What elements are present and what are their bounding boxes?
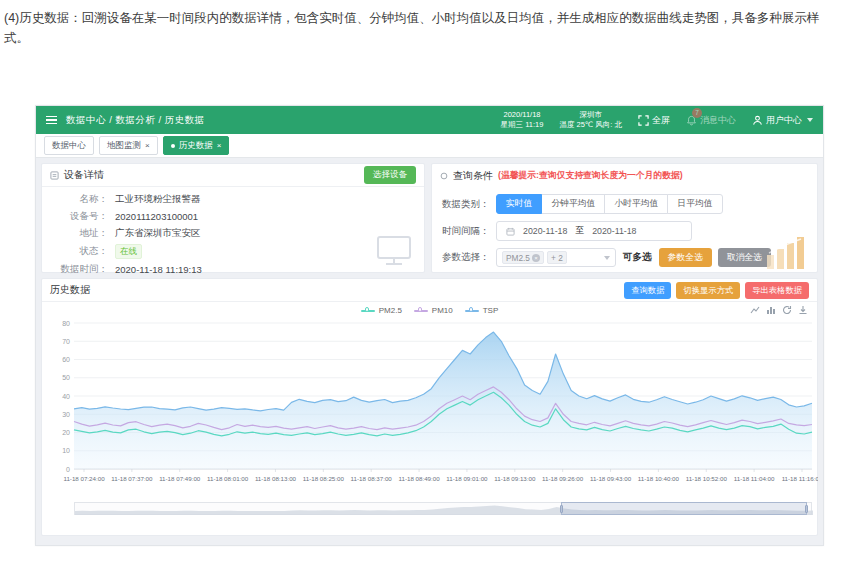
data-type-minute-avg[interactable]: 分钟平均值 [541,194,605,214]
menu-icon[interactable] [46,114,57,126]
query-panel-icon [440,172,448,180]
svg-text:60: 60 [62,356,70,363]
weekday-time-text: 星期三 11:19 [501,120,544,130]
end-date-value[interactable]: 2020-11-18 [592,226,636,236]
switch-display-button[interactable]: 切换显示方式 [676,282,740,299]
field-label: 状态： [50,245,108,258]
svg-text:11-18 07:24:00: 11-18 07:24:00 [63,475,105,482]
start-date-value[interactable]: 2020-11-18 [523,226,567,236]
active-dot [171,144,175,148]
chart-toolbox [750,305,808,315]
device-address-row: 地址： 广东省深圳市宝安区 [50,227,416,240]
legend-item-tsp[interactable]: TSP [465,306,499,315]
svg-text:10: 10 [62,447,70,454]
user-icon [752,115,763,126]
app-header: 数据中心 / 数据分析 / 历史数据 2020/11/18 星期三 11:19 … [36,106,823,134]
datazoom-handle-left[interactable] [560,505,564,513]
fullscreen-icon [638,115,649,126]
datazoom-slider[interactable] [74,502,812,515]
history-panel-title: 历史数据 [50,283,90,297]
history-data-panel: 历史数据 查询数据 切换显示方式 导出表格数据 PM2.5 PM10 TSP [41,278,818,536]
message-center-button[interactable]: 7 消息中心 [686,114,736,127]
query-hint-text: (温馨提示:查询仅支持查询长度为一个月的数据) [498,170,683,182]
param-tag-label: PM2.5 [506,253,530,263]
svg-text:11-18 08:37:00: 11-18 08:37:00 [351,475,393,482]
param-more-tag: + 2 [547,251,567,264]
content-area: 设备详情 选择设备 名称： 工业环境粉尘报警器 设备号： 20201112031… [36,158,823,541]
field-value: 工业环境粉尘报警器 [115,193,201,206]
export-table-button[interactable]: 导出表格数据 [745,282,809,299]
data-type-day-avg[interactable]: 日平均值 [667,194,722,214]
legend-marker [361,310,375,312]
param-select-label: 参数选择： [442,251,496,264]
svg-text:70: 70 [62,338,70,345]
svg-text:40: 40 [62,393,70,400]
device-name-row: 名称： 工业环境粉尘报警器 [50,193,416,206]
calendar-icon [506,227,515,236]
legend-label: PM10 [432,306,453,315]
datazoom-window[interactable] [561,502,808,515]
query-condition-panel: 查询条件 (温馨提示:查询仅支持查询长度为一个月的数据) 数据类别： 实时值 分… [431,163,818,273]
tab-close-icon[interactable]: × [145,142,150,150]
field-value: 广东省深圳市宝安区 [115,227,201,240]
tab-map-monitor[interactable]: 地图监测 × [99,136,158,155]
tab-history-data[interactable]: 历史数据 × [163,136,230,155]
date-separator: 至 [575,225,584,237]
message-center-label: 消息中心 [700,114,736,127]
svg-text:11-18 07:49:00: 11-18 07:49:00 [159,475,201,482]
download-icon[interactable] [798,305,808,315]
svg-text:50: 50 [62,374,70,381]
param-select[interactable]: PM2.5 × + 2 [496,248,616,267]
device-panel-title: 设备详情 [64,168,104,182]
legend-label: PM2.5 [379,306,402,315]
page: (4)历史数据：回溯设备在某一时间段内的数据详情，包含实时值、分钟均值、小时均值… [0,0,844,563]
tag-remove-icon[interactable]: × [532,254,540,262]
device-detail-panel: 设备详情 选择设备 名称： 工业环境粉尘报警器 设备号： 20201112031… [41,163,425,273]
user-center-button[interactable]: 用户中心 [752,114,813,127]
svg-text:11-18 08:49:00: 11-18 08:49:00 [398,475,440,482]
legend-marker [414,310,428,312]
datazoom-handle-right[interactable] [805,505,809,513]
tab-data-center[interactable]: 数据中心 [44,136,94,155]
legend-item-pm25[interactable]: PM2.5 [361,306,402,315]
legend-item-pm10[interactable]: PM10 [414,306,453,315]
query-panel-title: 查询条件 [453,169,493,183]
svg-text:11-18 09:01:00: 11-18 09:01:00 [446,475,488,482]
deselect-all-params-button[interactable]: 取消全选 [718,248,771,267]
fullscreen-button[interactable]: 全屏 [638,114,670,127]
device-datatime-row: 数据时间： 2020-11-18 11:19:13 [50,263,416,276]
chart-legend: PM2.5 PM10 TSP [42,306,817,315]
user-center-label: 用户中心 [766,114,802,127]
bar-chart-icon[interactable] [766,305,776,315]
field-value: 2020-11-18 11:19:13 [115,264,202,275]
fullscreen-label: 全屏 [652,114,670,127]
data-type-realtime[interactable]: 实时值 [496,194,542,214]
tab-close-icon[interactable]: × [217,142,222,150]
restore-icon[interactable] [782,305,792,315]
svg-text:11-18 09:26:00: 11-18 09:26:00 [542,475,584,482]
svg-text:11-18 08:13:00: 11-18 08:13:00 [255,475,297,482]
breadcrumb: 数据中心 / 数据分析 / 历史数据 [66,114,205,127]
field-value: 2020111203100001 [115,211,198,222]
device-panel-icon [50,171,59,180]
monitor-icon [374,235,414,267]
device-id-row: 设备号： 2020111203100001 [50,210,416,223]
tab-label: 数据中心 [52,140,86,152]
svg-text:0: 0 [66,466,70,473]
svg-text:11-18 11:16:00: 11-18 11:16:00 [782,475,818,482]
svg-text:80: 80 [62,320,70,327]
svg-text:11-18 10:40:00: 11-18 10:40:00 [638,475,680,482]
select-device-button[interactable]: 选择设备 [364,166,416,184]
select-all-params-button[interactable]: 参数全选 [659,248,712,267]
query-data-button[interactable]: 查询数据 [624,282,671,299]
time-range-label: 时间间隔： [442,225,496,238]
tab-label: 地图监测 [107,140,141,152]
date-range-input[interactable]: 2020-11-18 至 2020-11-18 [496,221,692,241]
chart-plot-area[interactable]: 0102030405060708011-18 07:24:0011-18 07:… [48,313,818,498]
svg-text:11-18 09:43:00: 11-18 09:43:00 [590,475,632,482]
chevron-down-icon [604,256,610,260]
line-chart-icon[interactable] [750,305,760,315]
device-status-row: 状态： 在线 [50,244,416,259]
svg-text:11-18 11:04:00: 11-18 11:04:00 [734,475,775,482]
data-type-hour-avg[interactable]: 小时平均值 [604,194,668,214]
